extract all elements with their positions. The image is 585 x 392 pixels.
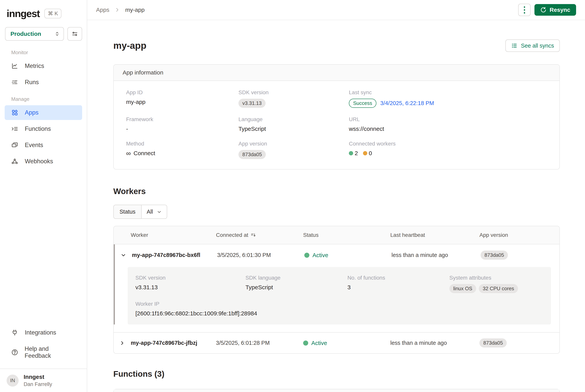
detail-system-attributes: System attributes linux OS 32 CPU cores: [449, 275, 543, 293]
sidebar-item-label: Help and Feedback: [25, 345, 76, 359]
apps-icon: [11, 109, 19, 116]
metrics-icon: [11, 62, 19, 70]
field-last-sync: Last sync Success 3/4/2025, 6:22:18 PM: [349, 90, 550, 108]
app-version-pill: 873da05: [238, 150, 266, 159]
last-sync-date-link[interactable]: 3/4/2025, 6:22:18 PM: [380, 100, 434, 106]
col-last-heartbeat: Last heartbeat: [390, 232, 479, 238]
worker-row[interactable]: my-app-747c8967bc-jfbzj 3/5/2025, 6:01:2…: [114, 332, 559, 353]
sidebar-item-label: Apps: [25, 109, 39, 116]
user-org: Inngest: [24, 374, 52, 380]
field-connected-workers: Connected workers 2 0: [349, 141, 550, 159]
sidebar-item-label: Metrics: [25, 62, 44, 70]
command-k-shortcut[interactable]: ⌘ K: [44, 9, 62, 18]
sidebar-item-label: Webhooks: [25, 158, 53, 165]
runs-icon: [11, 79, 19, 86]
detail-worker-ip: Worker IP [2600:1f16:96c:6802:1bcc:1009:…: [135, 301, 543, 317]
resync-button[interactable]: Resync: [534, 4, 576, 16]
system-attribute-pill: linux OS: [449, 284, 476, 293]
workers-heading: Workers: [113, 186, 560, 196]
success-badge: Success: [349, 99, 376, 108]
plug-icon: [11, 329, 19, 336]
main-area: Apps my-app Resync my-app: [87, 0, 585, 392]
detail-num-functions: No. of functions 3: [348, 275, 449, 293]
list-icon: [511, 42, 517, 49]
col-connected-at[interactable]: Connected at: [216, 232, 303, 238]
question-circle-icon: [11, 349, 19, 356]
app-information-title: App information: [114, 64, 559, 81]
sidebar-item-metrics[interactable]: Metrics: [5, 59, 82, 73]
worker-name: my-app-747c8967bc-bx6fl: [132, 252, 217, 258]
worker-heartbeat: less than a minute ago: [392, 252, 481, 258]
kebab-icon: [524, 6, 525, 14]
detail-sdk-language: SDK language TypeScript: [245, 275, 347, 293]
webhooks-icon: [11, 158, 19, 165]
breadcrumb-apps[interactable]: Apps: [96, 6, 109, 13]
field-method: Method ∞ Connect: [126, 141, 238, 159]
detail-sdk-version: SDK version v3.31.13: [135, 275, 245, 293]
col-app-version: App version: [479, 232, 559, 238]
user-menu[interactable]: IN Inngest Dan Farrelly: [0, 368, 87, 392]
environment-settings-button[interactable]: [67, 27, 82, 41]
status-dot: [303, 340, 308, 346]
chevron-right-icon: [115, 7, 120, 12]
field-framework: Framework -: [126, 116, 238, 132]
environment-select[interactable]: Production: [5, 27, 64, 41]
field-language: Language TypeScript: [238, 116, 349, 132]
breadcrumb: Apps my-app: [96, 6, 145, 13]
sidebar-item-label: Events: [25, 142, 43, 148]
avatar: IN: [7, 374, 19, 386]
functions-table-header: Function Triggers: [114, 389, 559, 392]
inactive-workers-dot: [363, 151, 367, 155]
logo-row: inngest ⌘ K: [0, 0, 87, 19]
sidebar-item-help-feedback[interactable]: Help and Feedback: [5, 342, 82, 363]
col-worker: Worker: [131, 232, 216, 238]
sidebar-item-runs[interactable]: Runs: [5, 75, 82, 90]
sdk-version-pill: v3.31.13: [238, 99, 265, 108]
sidebar-item-webhooks[interactable]: Webhooks: [5, 154, 82, 169]
expand-chevron-icon[interactable]: [114, 340, 131, 346]
status-dot: [304, 253, 309, 258]
topbar: Apps my-app Resync: [87, 0, 585, 20]
worker-row-expanded: my-app-747c8967bc-bx6fl 3/5/2025, 6:01:3…: [114, 244, 559, 324]
worker-connected-at: 3/5/2025, 6:01:30 PM: [217, 252, 304, 258]
functions-table: Function Triggers: [113, 389, 560, 392]
worker-name: my-app-747c8967bc-jfbzj: [131, 340, 216, 346]
worker-row[interactable]: my-app-747c8967bc-bx6fl 3/5/2025, 6:01:3…: [115, 244, 559, 266]
status-filter[interactable]: Status All: [113, 205, 167, 219]
field-url: URL wss://connect: [349, 116, 550, 132]
functions-icon: [11, 126, 19, 132]
system-attribute-pill: 32 CPU cores: [479, 284, 518, 293]
field-sdk-version: SDK version v3.31.13: [238, 90, 349, 108]
worker-details-panel: SDK version v3.31.13 SDK language TypeSc…: [128, 267, 551, 324]
environment-select-value: Production: [11, 30, 41, 37]
breadcrumb-current: my-app: [125, 6, 145, 13]
see-all-syncs-button[interactable]: See all syncs: [505, 40, 560, 52]
sidebar-footer-nav: Integrations Help and Feedback: [0, 322, 87, 365]
worker-app-version-pill: 873da05: [481, 250, 508, 260]
sliders-icon: [72, 30, 78, 37]
inngest-logo: inngest: [7, 8, 40, 19]
chevron-down-icon: [157, 209, 162, 214]
sidebar-item-integrations[interactable]: Integrations: [5, 325, 82, 340]
status-filter-value: All: [147, 208, 153, 215]
sidebar-item-label: Integrations: [25, 329, 56, 336]
collapse-chevron-icon[interactable]: [115, 252, 132, 258]
status-filter-label: Status: [114, 205, 142, 218]
functions-heading: Functions (3): [113, 369, 560, 379]
active-workers-dot: [349, 151, 353, 155]
sidebar-item-functions[interactable]: Functions: [5, 122, 82, 136]
nav-section-manage: Manage: [5, 91, 82, 105]
workers-table-header: Worker Connected at Status Last heartbea…: [114, 226, 559, 244]
page-title: my-app: [113, 40, 146, 51]
sidebar-item-label: Functions: [25, 126, 51, 132]
events-icon: [11, 142, 19, 148]
sidebar-item-apps[interactable]: Apps: [5, 105, 82, 120]
app-information-card: App information App ID my-app SDK versio…: [113, 64, 560, 170]
chevron-up-down-icon: [54, 31, 60, 37]
page-content: my-app See all syncs App information App…: [87, 20, 585, 392]
worker-app-version-pill: 873da05: [479, 338, 507, 348]
sidebar-item-label: Runs: [25, 79, 39, 86]
more-actions-button[interactable]: [518, 4, 530, 16]
worker-status: Active: [304, 252, 392, 258]
sidebar-item-events[interactable]: Events: [5, 138, 82, 152]
